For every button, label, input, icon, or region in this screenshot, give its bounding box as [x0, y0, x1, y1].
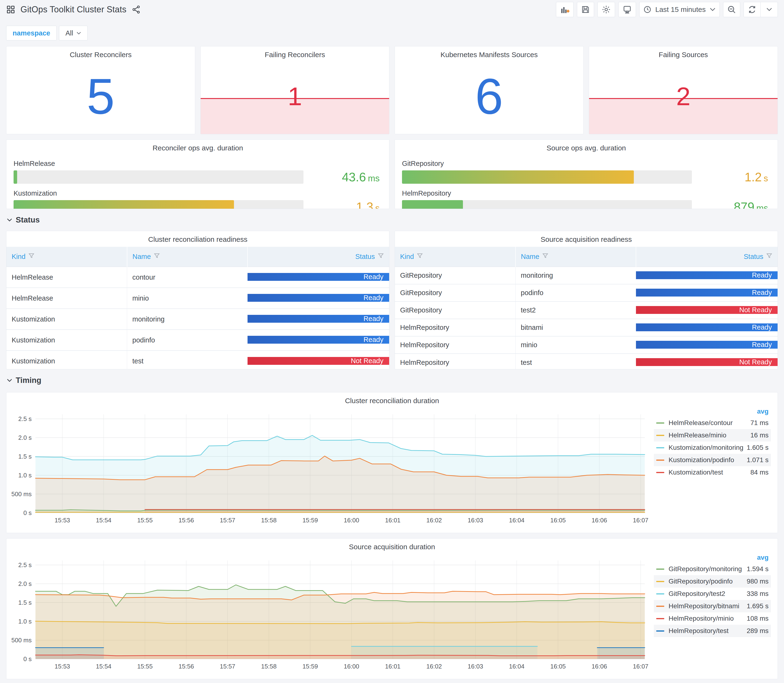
chart-legend: avg GitRepository/monitoring 1.594 s Git… — [654, 552, 771, 637]
cell-kind: HelmRepository — [395, 336, 516, 354]
legend-avg-value: 1.594 s — [747, 565, 768, 573]
namespace-variable-select[interactable]: All — [59, 26, 88, 40]
legend-item[interactable]: HelmRepository/bitnami 1.695 s — [654, 600, 771, 612]
status-tables-row: Cluster reconciliation readiness Kind Na… — [0, 231, 784, 369]
cell-status: Ready — [247, 288, 389, 309]
status-badge: Not Ready — [636, 358, 778, 366]
filter-funnel-icon[interactable] — [417, 253, 423, 261]
svg-text:16:01: 16:01 — [385, 663, 401, 670]
gauge-panel-1: Source ops avg. duration GitRepository 1… — [394, 139, 778, 209]
cell-status: Not Ready — [636, 354, 778, 369]
svg-text:500 ms: 500 ms — [11, 637, 32, 644]
legend-header[interactable]: avg — [654, 552, 771, 563]
table-row: HelmRepository test Not Ready — [395, 354, 778, 369]
svg-text:2.5 s: 2.5 s — [18, 415, 32, 422]
cell-kind: HelmRepository — [395, 354, 516, 369]
filter-funnel-icon[interactable] — [542, 253, 548, 261]
legend-header[interactable]: avg — [654, 406, 771, 417]
legend-series-name: Kustomization/test — [669, 468, 750, 476]
cell-kind: Kustomization — [6, 351, 127, 369]
add-panel-button[interactable] — [556, 2, 574, 17]
legend-item[interactable]: HelmRepository/minio 108 ms — [654, 612, 771, 625]
filter-funnel-icon[interactable] — [766, 253, 772, 261]
save-dashboard-button[interactable] — [577, 2, 594, 17]
gauges-row: Reconciler ops avg. duration HelmRelease… — [0, 139, 784, 209]
apps-dashboard-icon[interactable] — [6, 5, 15, 14]
svg-text:16:00: 16:00 — [344, 663, 359, 670]
svg-text:16:05: 16:05 — [550, 517, 566, 524]
gauge-fill — [14, 200, 234, 209]
settings-gear-button[interactable] — [597, 2, 615, 17]
legend-series-name: HelmRepository/test — [669, 627, 747, 635]
cell-name: minio — [516, 336, 636, 354]
time-range-picker[interactable]: Last 15 minutes — [639, 2, 720, 17]
column-header-kind[interactable]: Kind — [395, 247, 516, 267]
legend-swatch — [656, 630, 664, 632]
table-row: GitRepository podinfo Ready — [395, 284, 778, 301]
svg-text:16:07: 16:07 — [633, 663, 648, 670]
gauge-track — [14, 200, 303, 209]
time-range-label: Last 15 minutes — [655, 5, 706, 14]
stat-value: 2 — [589, 83, 778, 109]
gauge-label: GitRepository — [402, 160, 770, 168]
table-row: Kustomization test Not Ready — [6, 351, 389, 369]
gauge-track — [14, 170, 303, 184]
cell-status: Ready — [247, 309, 389, 330]
filter-funnel-icon[interactable] — [378, 253, 384, 261]
stat-panel-title: Failing Reconcilers — [200, 46, 389, 59]
legend-item[interactable]: HelmRelease/minio 16 ms — [654, 429, 771, 441]
legend-avg-value: 71 ms — [750, 419, 768, 427]
refresh-button[interactable] — [744, 2, 761, 17]
gauge-value: 1.2s — [692, 170, 770, 184]
gauge-row: GitRepository 1.2s — [402, 160, 770, 184]
gauge-fill — [402, 170, 634, 184]
column-header-name[interactable]: Name — [516, 247, 636, 267]
status-badge: Ready — [247, 273, 389, 281]
namespace-variable-value: All — [66, 29, 73, 37]
refresh-interval-dropdown[interactable] — [761, 2, 778, 17]
column-header-status[interactable]: Status — [636, 247, 778, 267]
status-section-toggle[interactable]: Status — [0, 209, 784, 231]
cell-kind: HelmRelease — [6, 267, 127, 288]
chart-plot: 0 s 500 ms 1.0 s 1.5 s 2.0 s 2.5 s15:531… — [11, 556, 649, 673]
svg-text:16:06: 16:06 — [592, 663, 607, 670]
legend-item[interactable]: Kustomization/podinfo 1.071 s — [654, 454, 771, 466]
column-header-status[interactable]: Status — [247, 247, 389, 267]
dashboard-header: GitOps Toolkit Cluster Stats — [0, 0, 784, 19]
status-badge: Ready — [636, 271, 778, 279]
svg-text:2.0 s: 2.0 s — [18, 434, 32, 441]
namespace-variable-label: namespace — [6, 26, 57, 40]
legend-series-name: HelmRepository/bitnami — [669, 602, 747, 610]
svg-text:0 s: 0 s — [23, 509, 32, 516]
status-badge: Ready — [247, 294, 389, 302]
column-header-kind[interactable]: Kind — [6, 247, 127, 267]
filter-funnel-icon[interactable] — [154, 253, 160, 261]
zoom-out-button[interactable] — [723, 2, 740, 17]
svg-text:15:59: 15:59 — [303, 517, 318, 524]
tv-mode-button[interactable] — [618, 2, 636, 17]
legend-avg-value: 980 ms — [747, 577, 768, 585]
legend-item[interactable]: GitRepository/podinfo 980 ms — [654, 575, 771, 588]
legend-item[interactable]: HelmRelease/contour 71 ms — [654, 417, 771, 429]
filter-funnel-icon[interactable] — [28, 253, 35, 261]
legend-item[interactable]: GitRepository/monitoring 1.594 s — [654, 563, 771, 575]
legend-avg-value: 84 ms — [750, 468, 768, 476]
legend-avg-value: 289 ms — [747, 627, 768, 635]
table-row: HelmRepository bitnami Ready — [395, 319, 778, 336]
share-icon[interactable] — [131, 5, 141, 14]
legend-item[interactable]: HelmRepository/test 289 ms — [654, 625, 771, 637]
legend-item[interactable]: Kustomization/monitoring 1.605 s — [654, 441, 771, 454]
status-badge: Ready — [636, 289, 778, 297]
cell-status: Ready — [636, 267, 778, 284]
status-badge: Not Ready — [247, 357, 389, 365]
cell-name: minio — [127, 288, 248, 309]
stat-panel-title: Failing Sources — [589, 46, 778, 59]
svg-text:1.0 s: 1.0 s — [18, 618, 32, 625]
column-header-name[interactable]: Name — [127, 247, 248, 267]
stat-panel-2: Kubernetes Manifests Sources6 — [394, 46, 584, 134]
legend-item[interactable]: Kustomization/test 84 ms — [654, 466, 771, 479]
table-row: HelmRelease minio Ready — [6, 288, 389, 309]
legend-item[interactable]: GitRepository/test2 338 ms — [654, 588, 771, 600]
status-badge: Ready — [636, 341, 778, 349]
timing-section-toggle[interactable]: Timing — [0, 369, 784, 391]
